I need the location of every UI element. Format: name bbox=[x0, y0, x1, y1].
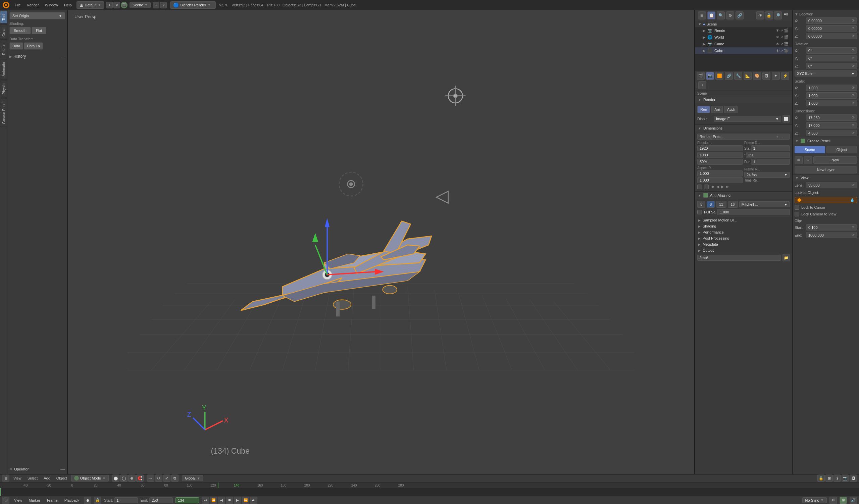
scene-add[interactable]: + bbox=[153, 2, 160, 9]
engine-selector[interactable]: 🔵 Blender Render ▼ bbox=[170, 1, 216, 9]
data-button[interactable]: Data bbox=[10, 42, 23, 50]
prev-frame-btn[interactable]: ⏪ bbox=[210, 497, 217, 504]
dim-play-fwd[interactable]: ▶ bbox=[721, 185, 724, 189]
no-sync-selector[interactable]: No Sync ▼ bbox=[802, 497, 827, 503]
dim-x-input[interactable]: 17.250 ⟳ bbox=[806, 114, 857, 121]
render-preset-field[interactable]: Render Pres... + — bbox=[697, 134, 790, 140]
res-x-field[interactable]: 1920 bbox=[697, 145, 743, 151]
tab-physics[interactable]: Physic bbox=[0, 80, 7, 97]
operator-collapse[interactable]: — bbox=[60, 467, 65, 472]
gp-new-layer-btn[interactable]: New Layer bbox=[795, 166, 857, 173]
outliner-item-cube[interactable]: ▶ ⬛ Cube 👁 ↗ 🎬 bbox=[695, 47, 792, 54]
view-menu[interactable]: View bbox=[11, 475, 24, 481]
skip-start-btn[interactable]: ⏮ bbox=[202, 497, 209, 504]
mode-selector[interactable]: Object Mode ▼ bbox=[71, 475, 109, 482]
dim-y-input[interactable]: 17.000 ⟳ bbox=[806, 122, 857, 128]
scale-icon[interactable]: ⤢ bbox=[163, 474, 170, 482]
gp-add-icon[interactable]: + bbox=[804, 156, 812, 164]
timeline-track-playhead[interactable] bbox=[0, 488, 1, 496]
dim-play-prev[interactable]: ⏮ bbox=[711, 185, 714, 189]
aa-8-btn[interactable]: 8 bbox=[707, 201, 715, 208]
window-menu[interactable]: Window bbox=[42, 2, 61, 8]
set-origin-button[interactable]: Set Origin ▼ bbox=[10, 12, 65, 19]
img-icon[interactable]: 🖼 bbox=[849, 474, 857, 482]
gp-new-btn[interactable]: New bbox=[813, 156, 857, 164]
sampled-motion-blur-row[interactable]: ▶ Sampled Motion Bl... bbox=[695, 217, 792, 223]
data-la-button[interactable]: Data La bbox=[24, 42, 43, 50]
tab-grease-pencil[interactable]: Grease Penci bbox=[0, 98, 7, 127]
current-frame-input[interactable]: 134 bbox=[176, 497, 199, 503]
tab-creat[interactable]: Creat bbox=[0, 25, 7, 40]
select-menu[interactable]: Select bbox=[26, 475, 40, 481]
outliner-icon5[interactable]: 🔗 bbox=[736, 11, 743, 19]
cube-render[interactable]: 🎬 bbox=[784, 49, 788, 53]
fra-value-field[interactable]: 1 bbox=[751, 159, 790, 165]
gp-section-header[interactable]: ▼ Grease Pencil bbox=[793, 137, 859, 144]
render-section-header[interactable]: ▼ Render bbox=[695, 96, 792, 103]
loc-y-input[interactable]: 0.00000 ⟳ bbox=[806, 25, 857, 32]
ren-button[interactable]: Ren bbox=[697, 106, 710, 113]
percent-field[interactable]: 50% bbox=[697, 159, 743, 165]
rot-y-input[interactable]: 0° ⟳ bbox=[806, 55, 857, 61]
camera-render[interactable]: 🎬 bbox=[784, 42, 788, 46]
info-icon[interactable]: ℹ bbox=[833, 474, 841, 482]
world-select[interactable]: ↗ bbox=[780, 35, 783, 40]
solid-icon[interactable]: ⬤ bbox=[112, 474, 119, 482]
global-selector[interactable]: Global ▼ bbox=[182, 475, 204, 481]
aa-16-btn[interactable]: 16 bbox=[728, 201, 738, 208]
next-frame-btn[interactable]: ⏩ bbox=[242, 497, 249, 504]
world-eye[interactable]: 👁 bbox=[776, 35, 780, 40]
lock-object-input[interactable]: 🔶 💧 bbox=[795, 197, 857, 203]
history-collapse[interactable]: — bbox=[60, 54, 65, 59]
res-y-field[interactable]: 1080 bbox=[697, 152, 743, 158]
preset-remove[interactable]: — bbox=[779, 135, 783, 139]
aspect-y-field[interactable]: 1.000 bbox=[697, 177, 743, 183]
wire-icon[interactable]: ◯ bbox=[120, 474, 127, 482]
camera-select[interactable]: ↗ bbox=[780, 42, 783, 46]
timeline-view[interactable]: View bbox=[12, 498, 24, 503]
add-menu[interactable]: Add bbox=[42, 475, 52, 481]
mitchell-dropdown[interactable]: Mitchell-... ▼ bbox=[739, 201, 790, 208]
loc-z-input[interactable]: 0.00000 ⟳ bbox=[806, 33, 857, 39]
history-section[interactable]: ▶ History — bbox=[10, 52, 65, 60]
rot-mode-dropdown[interactable]: XYZ Euler ▼ bbox=[795, 71, 857, 77]
dim-z-input[interactable]: 4.500 ⟳ bbox=[806, 130, 857, 136]
dim-checkbox2[interactable] bbox=[704, 185, 709, 189]
outliner-icon3[interactable]: 🔍 bbox=[717, 11, 725, 19]
stop-btn[interactable]: ⏹ bbox=[226, 497, 233, 504]
clip-start-input[interactable]: 0.100 ⟳ bbox=[806, 224, 857, 230]
prop-icon-modifier[interactable]: 🔧 bbox=[734, 72, 742, 80]
file-menu[interactable]: File bbox=[12, 2, 24, 8]
timeline-extra[interactable]: ⊞ bbox=[840, 497, 847, 504]
lock-cursor-checkbox[interactable] bbox=[795, 205, 799, 210]
dimensions-section-header[interactable]: ▼ Dimensions bbox=[695, 124, 792, 132]
prop-icon-texture[interactable]: 🖼 bbox=[762, 72, 770, 80]
cam-icon[interactable]: 📷 bbox=[842, 474, 849, 482]
aa-toggle[interactable] bbox=[703, 193, 708, 198]
loc-x-input[interactable]: 0.00000 ⟳ bbox=[806, 17, 857, 24]
aa-5-btn[interactable]: 5 bbox=[697, 201, 705, 208]
outliner-icon2[interactable]: 📋 bbox=[707, 11, 715, 19]
outliner-item-render[interactable]: ▶ 📷 Rende 👁 ↗ 🎬 bbox=[695, 27, 792, 34]
post-processing-row[interactable]: ▶ Post Processing bbox=[695, 235, 792, 241]
sta-value[interactable]: 1 bbox=[751, 145, 790, 151]
rot-z-input[interactable]: 0° ⟳ bbox=[806, 63, 857, 69]
blender-logo[interactable] bbox=[2, 1, 10, 9]
clip-end-input[interactable]: 1000.000 ⟳ bbox=[806, 232, 857, 238]
workspace-selector[interactable]: ⊞ Default ▼ bbox=[76, 1, 104, 9]
timeline-frame[interactable]: Frame bbox=[45, 498, 60, 503]
camera-eye[interactable]: 👁 bbox=[776, 42, 780, 46]
output-row[interactable]: ▶ Output bbox=[695, 247, 792, 253]
cube-select[interactable]: ↗ bbox=[780, 49, 783, 53]
timeline-marker[interactable]: Marker bbox=[27, 498, 42, 503]
prop-icon-material[interactable]: 🎨 bbox=[753, 72, 761, 80]
tab-animation[interactable]: Animatio bbox=[0, 59, 7, 79]
shading-row[interactable]: ▶ Shading bbox=[695, 223, 792, 229]
metadata-row[interactable]: ▶ Metadata bbox=[695, 241, 792, 247]
smooth-button[interactable]: Smooth bbox=[10, 27, 31, 34]
timeline-settings[interactable]: ⚙ bbox=[829, 497, 837, 504]
render-select[interactable]: ↗ bbox=[780, 29, 783, 33]
outliner-view-btn1[interactable]: 👁 bbox=[756, 11, 764, 19]
outliner-search-btn[interactable]: 🔎 bbox=[774, 11, 782, 19]
scene-row[interactable]: ▼ ● Scene bbox=[695, 21, 792, 27]
